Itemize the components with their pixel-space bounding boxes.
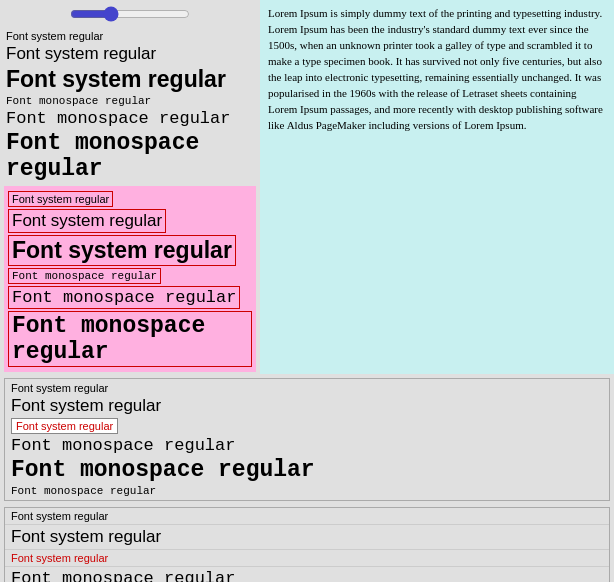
- list-item: Font monospace regular: [9, 435, 605, 456]
- font-size-slider[interactable]: [70, 6, 190, 22]
- pink-section: Font system regular Font system regular …: [4, 186, 256, 372]
- right-panel: Lorem Ipsum is simply dummy text of the …: [260, 0, 614, 374]
- list-item: Font monospace regular: [9, 456, 605, 484]
- list-item: Font monospace regular: [9, 484, 605, 498]
- list-item: Font system regular: [4, 43, 256, 65]
- list-item: Font system regular: [5, 508, 609, 525]
- list-item: Font system regular: [11, 418, 118, 434]
- list-item: Font system regular: [4, 65, 256, 94]
- list-item: Font system regular: [9, 381, 605, 395]
- list-item: Font system regular: [9, 395, 605, 417]
- list-item: Font system regular: [8, 235, 236, 266]
- list-item: Font monospace regular: [8, 268, 161, 284]
- list-item: Font monospace regular: [4, 94, 256, 108]
- left-panel: Font system regular Font system regular …: [0, 0, 260, 374]
- list-item: Font system regular: [8, 209, 166, 233]
- list-item: Font system regular: [5, 550, 609, 567]
- list-item: Font monospace regular: [8, 311, 252, 367]
- bordered-section-2: Font system regular Font system regular …: [4, 507, 610, 582]
- lorem-text: Lorem Ipsum is simply dummy text of the …: [268, 7, 603, 131]
- white-section: Font system regular Font system regular …: [4, 28, 256, 184]
- list-item: Font system regular: [5, 525, 609, 550]
- list-item: Font system regular: [8, 191, 113, 207]
- list-item: Font system regular: [4, 29, 256, 43]
- list-item: Font monospace regular: [4, 129, 256, 183]
- list-item: Font monospace regular: [5, 567, 609, 582]
- bordered-section-1: Font system regular Font system regular …: [4, 378, 610, 501]
- list-item: Font monospace regular: [8, 286, 240, 309]
- slider-row: [4, 2, 256, 28]
- list-item: Font monospace regular: [4, 108, 256, 129]
